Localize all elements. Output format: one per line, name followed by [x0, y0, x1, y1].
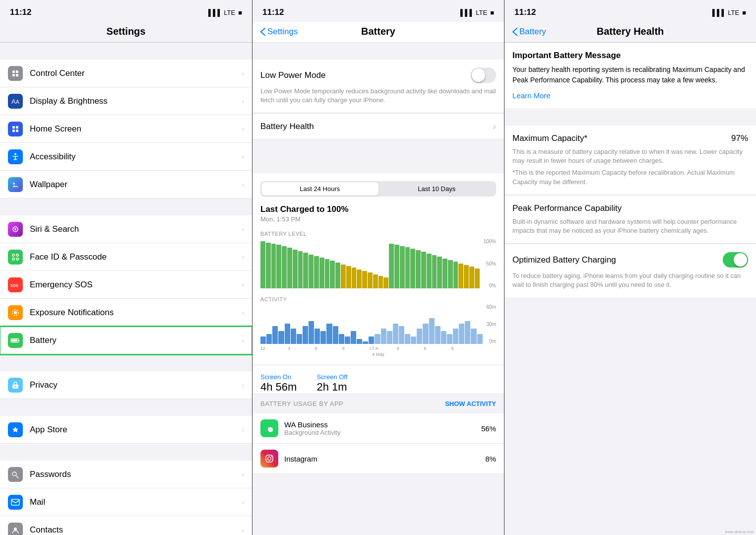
privacy-icon	[8, 378, 23, 393]
battery-bar	[309, 255, 314, 288]
screen-off-label: Screen Off	[316, 373, 347, 381]
app-usage-wa[interactable]: WA Business Background Activity 56%	[252, 413, 504, 444]
optimized-toggle[interactable]	[723, 252, 748, 268]
svg-text:SOS: SOS	[10, 283, 18, 288]
x-3: 3	[288, 346, 315, 351]
settings-row-wallpaper[interactable]: Wallpaper ›	[0, 171, 252, 199]
settings-row-privacy[interactable]: Privacy ›	[0, 371, 252, 399]
chart-section: Last 24 Hours Last 10 Days Last Charged …	[252, 173, 504, 365]
activity-bar	[399, 326, 404, 344]
watermark: www.deauq.com	[725, 530, 754, 534]
activity-bar	[471, 329, 476, 344]
health-title: Battery Health	[597, 26, 664, 37]
screen-on-stat: Screen On 4h 56m	[260, 373, 297, 394]
health-back-button[interactable]: Battery	[512, 27, 546, 37]
svg-rect-6	[12, 126, 15, 129]
battery-bar	[319, 258, 324, 288]
svg-rect-0	[12, 70, 15, 73]
passwords-label: Passwords	[30, 469, 71, 479]
settings-row-siri[interactable]: Siri & Search ›	[0, 215, 252, 243]
settings-row-contacts[interactable]: Contacts ›	[0, 516, 252, 535]
activity-bar	[260, 336, 266, 344]
battery-chart-container: 100% 50% 0%	[260, 239, 496, 288]
settings-row-home-screen[interactable]: Home Screen ›	[0, 115, 252, 143]
learn-more-link[interactable]: Learn More	[512, 91, 551, 100]
svg-rect-17	[16, 258, 18, 260]
app-usage-instagram[interactable]: Instagram 8%	[252, 444, 504, 474]
battery-bar	[378, 276, 383, 288]
wa-name: WA Business	[284, 420, 481, 429]
tab-24hours[interactable]: Last 24 Hours	[261, 182, 378, 196]
app-store-content: App Store	[30, 425, 238, 435]
display-icon: AA	[8, 94, 23, 109]
battery-level-label: BATTERY LEVEL	[260, 231, 496, 237]
x-17: 17 A	[370, 346, 397, 351]
last-charged-label: Last Charged to 100%	[260, 204, 496, 214]
important-message-box: Important Battery Message Your battery h…	[504, 43, 756, 108]
activity-bar	[303, 326, 308, 344]
siri-content: Siri & Search	[30, 224, 238, 234]
battery-bar	[373, 274, 378, 288]
x-3b: 3	[396, 346, 424, 351]
settings-row-accessibility[interactable]: Accessibility ›	[0, 143, 252, 171]
accessibility-label: Accessibility	[30, 152, 76, 161]
y-label-50: 50%	[483, 261, 496, 267]
activity-y-30: 30m	[487, 322, 496, 327]
activity-y-0: 0m	[487, 338, 496, 344]
settings-row-mail[interactable]: Mail ›	[0, 488, 252, 516]
optimized-knob	[734, 253, 747, 267]
battery-back-label: Settings	[267, 27, 298, 37]
svg-point-10	[14, 153, 16, 155]
privacy-chevron: ›	[242, 381, 244, 389]
max-capacity-desc2: *This is the reported Maximum Capacity b…	[512, 168, 748, 186]
peak-performance-row: Peak Performance Capability Built-in dyn…	[504, 196, 756, 244]
tab-10days[interactable]: Last 10 Days	[378, 182, 496, 196]
battery-health-chevron: ›	[493, 121, 496, 132]
activity-bar	[278, 331, 284, 344]
wa-info: WA Business Background Activity	[284, 420, 481, 436]
activity-bar	[381, 329, 386, 344]
battery-divider-top	[252, 43, 504, 60]
face-id-label: Face ID & Passcode	[30, 252, 107, 262]
low-power-row: Low Power Mode	[260, 67, 496, 83]
battery-bar	[293, 250, 298, 288]
show-activity-button[interactable]: SHOW ACTIVITY	[445, 400, 496, 407]
svg-point-19	[14, 311, 17, 314]
battery-back-button[interactable]: Settings	[260, 27, 298, 37]
activity-bar	[447, 334, 452, 344]
screen-stats: Screen On 4h 56m Screen Off 2h 1m	[252, 365, 504, 394]
section-divider-5	[0, 444, 252, 461]
battery-bar	[325, 259, 330, 288]
settings-row-face-id[interactable]: Face ID & Passcode ›	[0, 243, 252, 271]
low-power-label: Low Power Mode	[260, 70, 325, 80]
battery-health-row[interactable]: Battery Health ›	[252, 113, 504, 139]
svg-point-27	[14, 528, 17, 531]
instagram-percent: 8%	[485, 455, 496, 463]
settings-list: Control Center › AA Display & Brightness…	[0, 43, 252, 535]
svg-point-37	[268, 457, 271, 461]
optimized-charging-row: Optimized Battery Charging To reduce bat…	[504, 244, 756, 298]
settings-row-emergency[interactable]: SOS Emergency SOS ›	[0, 271, 252, 299]
control-center-chevron: ›	[242, 69, 244, 77]
activity-bar	[375, 334, 380, 344]
status-icons-2: ▌▌▌ LTE ■	[460, 9, 494, 16]
settings-row-control-center[interactable]: Control Center ›	[0, 60, 252, 87]
battery-bar	[427, 254, 432, 288]
battery-content-main: Battery	[30, 335, 238, 345]
health-content-scroll: Important Battery Message Your battery h…	[504, 43, 756, 535]
settings-row-app-store[interactable]: App Store ›	[0, 416, 252, 444]
activity-bar	[369, 336, 374, 344]
settings-row-display[interactable]: AA Display & Brightness ›	[0, 87, 252, 115]
activity-bar	[339, 334, 344, 344]
mail-content: Mail	[30, 497, 238, 507]
battery-bar	[416, 250, 421, 288]
settings-row-passwords[interactable]: Passwords ›	[0, 461, 252, 488]
svg-rect-16	[12, 258, 14, 260]
low-power-toggle[interactable]	[471, 67, 496, 83]
passwords-content: Passwords	[30, 469, 238, 479]
app-store-chevron: ›	[242, 426, 244, 434]
instagram-icon	[260, 450, 278, 468]
battery-bar	[383, 277, 388, 288]
settings-row-exposure[interactable]: Exposure Notifications ›	[0, 299, 252, 327]
settings-row-battery[interactable]: Battery ›	[0, 327, 252, 354]
